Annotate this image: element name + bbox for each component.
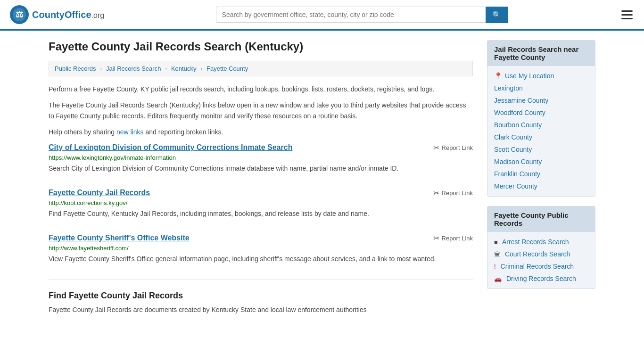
- court-icon: 🏛: [494, 251, 500, 258]
- nearby-heading: Jail Records Search near Fayette County: [487, 41, 595, 66]
- menu-bar-1: [621, 10, 633, 12]
- nearby-link-8[interactable]: Mercer County: [487, 180, 595, 192]
- report-link-label-1: Report Link: [442, 144, 473, 151]
- svg-text:⚖: ⚖: [16, 10, 23, 19]
- scissors-icon-3: ✂: [433, 234, 439, 243]
- description-2: The Fayette County Jail Records Search (…: [49, 100, 473, 121]
- result-item-1: City of Lexington Division of Community …: [49, 143, 473, 175]
- public-records-list: ■ Arrest Records Search 🏛 Court Records …: [487, 232, 595, 288]
- search-button[interactable]: 🔍: [486, 7, 508, 23]
- nearby-link-2[interactable]: Woodford County: [487, 107, 595, 119]
- menu-button[interactable]: [619, 8, 635, 21]
- public-records-heading: Fayette County Public Records: [487, 206, 595, 232]
- find-section-heading: Find Fayette County Jail Records: [49, 291, 473, 301]
- public-records-section: Fayette County Public Records ■ Arrest R…: [487, 206, 595, 289]
- use-my-location-item[interactable]: 📍 Use My Location: [487, 70, 595, 82]
- nearby-link-6[interactable]: Madison County: [487, 156, 595, 168]
- result-2-link[interactable]: Fayette County Jail Records: [49, 189, 150, 197]
- result-1-header: City of Lexington Division of Community …: [49, 143, 473, 152]
- result-2-title: Fayette County Jail Records: [49, 189, 150, 197]
- scissors-icon-1: ✂: [433, 143, 439, 152]
- result-1-link[interactable]: City of Lexington Division of Community …: [49, 143, 292, 151]
- result-3-desc: View Fayette County Sheriff's Office gen…: [49, 254, 473, 264]
- description-1: Perform a free Fayette County, KY public…: [49, 84, 473, 94]
- result-2-header: Fayette County Jail Records ✂ Report Lin…: [49, 189, 473, 197]
- result-1-url: https://www.lexingtonky.gov/inmate-infor…: [49, 154, 473, 161]
- logo-icon: ⚖: [9, 5, 29, 25]
- breadcrumb-public-records[interactable]: Public Records: [55, 65, 96, 72]
- new-links-link[interactable]: new links: [116, 128, 144, 136]
- public-record-1[interactable]: 🏛 Court Records Search: [487, 248, 595, 260]
- use-my-location-link[interactable]: Use My Location: [505, 72, 554, 80]
- public-record-0[interactable]: ■ Arrest Records Search: [487, 236, 595, 248]
- report-link-button-3[interactable]: ✂ Report Link: [433, 234, 473, 243]
- public-record-2[interactable]: ! Criminal Records Search: [487, 260, 595, 272]
- driving-icon: 🚗: [494, 275, 502, 282]
- result-3-link[interactable]: Fayette County Sheriff's Office Website: [49, 234, 190, 242]
- arrest-icon: ■: [494, 239, 498, 246]
- breadcrumb-fayette-county[interactable]: Fayette County: [206, 65, 248, 72]
- nearby-link-5[interactable]: Scott County: [487, 143, 595, 156]
- menu-bar-2: [621, 14, 633, 16]
- result-1-desc: Search City of Lexington Division of Com…: [49, 164, 473, 173]
- content-wrapper: Fayette County Jail Records Search (Kent…: [39, 31, 605, 339]
- page-title: Fayette County Jail Records Search (Kent…: [49, 40, 473, 53]
- logo-area[interactable]: ⚖ CountyOffice.org: [9, 5, 104, 25]
- location-icon: 📍: [494, 72, 502, 80]
- report-link-label-2: Report Link: [442, 189, 473, 197]
- result-3-title: Fayette County Sheriff's Office Website: [49, 234, 190, 242]
- nearby-link-3[interactable]: Bourbon County: [487, 119, 595, 131]
- breadcrumb-kentucky[interactable]: Kentucky: [171, 65, 196, 72]
- nearby-link-1[interactable]: Jessamine County: [487, 94, 595, 107]
- nearby-list: 📍 Use My Location Lexington Jessamine Co…: [487, 66, 595, 196]
- search-area: 🔍: [216, 7, 508, 23]
- report-link-button-1[interactable]: ✂ Report Link: [433, 143, 473, 152]
- breadcrumb-jail-records[interactable]: Jail Records Search: [106, 65, 161, 72]
- result-3-header: Fayette County Sheriff's Office Website …: [49, 234, 473, 243]
- search-input[interactable]: [216, 7, 486, 23]
- desc3-suffix: and reporting broken links.: [144, 128, 223, 136]
- search-icon: 🔍: [492, 11, 502, 19]
- menu-bar-3: [621, 18, 633, 19]
- description-3: Help others by sharing new links and rep…: [49, 127, 473, 137]
- result-item-2: Fayette County Jail Records ✂ Report Lin…: [49, 189, 473, 221]
- breadcrumb: Public Records › Jail Records Search › K…: [49, 61, 473, 76]
- public-record-3[interactable]: 🚗 Driving Records Search: [487, 272, 595, 285]
- result-3-url: http://www.fayettesheriff.com/: [49, 245, 473, 252]
- result-1-title: City of Lexington Division of Community …: [49, 143, 292, 152]
- result-item-3: Fayette County Sheriff's Office Website …: [49, 234, 473, 266]
- site-header: ⚖ CountyOffice.org 🔍: [0, 0, 644, 31]
- scissors-icon-2: ✂: [433, 189, 439, 197]
- find-section-text: Fayette County Jail Records are document…: [49, 304, 473, 315]
- result-2-desc: Find Fayette County, Kentucky Jail Recor…: [49, 209, 473, 219]
- nearby-link-7[interactable]: Franklin County: [487, 168, 595, 180]
- result-2-url: http://kool.corrections.ky.gov/: [49, 199, 473, 206]
- sidebar: Jail Records Search near Fayette County …: [487, 40, 595, 330]
- desc3-prefix: Help others by sharing: [49, 128, 116, 136]
- nearby-link-4[interactable]: Clark County: [487, 131, 595, 143]
- report-link-label-3: Report Link: [442, 235, 473, 242]
- criminal-icon: !: [494, 263, 496, 270]
- logo-text: CountyOffice.org: [32, 9, 104, 20]
- find-section: Find Fayette County Jail Records Fayette…: [49, 279, 473, 317]
- report-link-button-2[interactable]: ✂ Report Link: [433, 189, 473, 197]
- main-content: Fayette County Jail Records Search (Kent…: [49, 40, 473, 330]
- nearby-section: Jail Records Search near Fayette County …: [487, 40, 595, 197]
- nearby-link-0[interactable]: Lexington: [487, 82, 595, 94]
